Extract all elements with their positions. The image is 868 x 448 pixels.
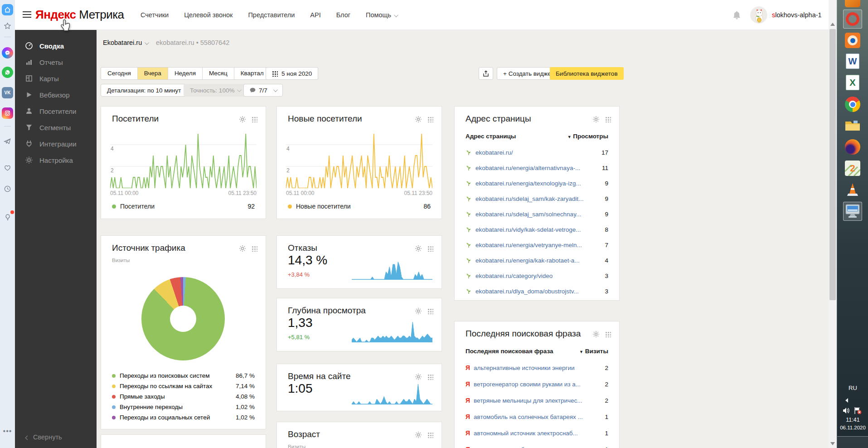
show-hidden-icons-arrow[interactable] [845,398,848,403]
taskbar-faststone-icon[interactable] [843,31,862,50]
sidebar-item-summary[interactable]: Сводка [15,38,97,54]
widget-drag-handle-icon[interactable] [605,331,611,337]
menu-burger-icon[interactable] [23,11,31,18]
widget-settings-gear-icon[interactable] [415,245,422,252]
nav-help[interactable]: Помощь [366,11,397,19]
widget-drag-handle-icon[interactable] [427,246,433,252]
sidebar-item-webvisor[interactable]: Вебвизор [15,87,97,103]
detail-dropdown[interactable]: Детализация: по 10 минут [101,84,194,97]
search-phrase-link[interactable]: автономный источник электроснаб... [474,430,578,437]
widget-settings-gear-icon[interactable] [592,116,600,123]
widget-drag-handle-icon[interactable] [427,374,433,380]
search-phrase-link[interactable]: автомобиль на солнечных батареях ... [474,414,583,420]
widget-settings-gear-icon[interactable] [415,373,422,380]
widget-settings-gear-icon[interactable] [239,116,246,123]
taskbar-2gis-icon[interactable]: 2 [843,159,862,178]
widget-library-button[interactable]: Библиотека виджетов [550,67,624,80]
language-indicator[interactable]: RU [837,385,868,391]
favorites-star-icon[interactable] [2,20,13,32]
action-center-flag-icon[interactable] [853,407,862,416]
taskbar-clock-date[interactable]: 06.11.2020 [837,425,868,430]
page-url-link[interactable]: ekobatarei.ru/energia/vetryanye-meln... [475,242,582,248]
user-name[interactable]: slokhovs-alpha-1 [772,11,822,19]
period-today[interactable]: Сегодня [101,68,138,79]
page-url-link[interactable]: ekobatarei.ru/sdelaj_sam/solnechnay... [475,211,581,218]
taskbar-chrome-icon[interactable] [843,95,862,114]
show-desktop-button[interactable] [837,436,868,448]
comments-dropdown[interactable]: 7/7 [243,84,283,97]
scroll-up-arrow[interactable] [830,23,835,26]
widget-settings-gear-icon[interactable] [239,245,246,252]
collapse-sidebar-button[interactable]: Свернуть [26,433,62,441]
nav-target-call[interactable]: Целевой звонок [184,11,233,19]
search-phrase-link[interactable]: альтернативные источники энергии [474,365,575,371]
page-url-link[interactable]: ekobatarei.ru/ [475,149,513,156]
history-clock-icon[interactable] [2,183,13,195]
taskbar-excel-icon[interactable]: X [843,73,862,92]
widget-drag-handle-icon[interactable] [427,117,433,122]
messenger-icon[interactable] [2,47,13,58]
taskbar-opera-icon[interactable] [843,10,862,29]
user-avatar[interactable] [750,6,767,24]
notifications-bell-icon[interactable] [732,11,741,22]
page-url-link[interactable]: ekobatarei.ru/category/video [475,273,553,279]
widget-drag-handle-icon[interactable] [605,117,611,122]
more-icon[interactable]: ••• [2,425,13,437]
widget-settings-gear-icon[interactable] [415,307,422,315]
volume-icon[interactable] [843,407,850,416]
nav-blog[interactable]: Блог [336,11,350,19]
page-url-link[interactable]: ekobatarei.ru/vidy/kak-sdelat-vetroge... [475,226,581,233]
taskbar-vlc-icon[interactable] [843,180,862,199]
scroll-down-arrow[interactable] [830,442,835,445]
taskbar-clock-time[interactable]: 11:41 [837,417,868,423]
export-button[interactable] [479,67,493,80]
taskbar-firefox-icon[interactable] [843,137,862,156]
period-quarter[interactable]: Квартал [234,68,271,79]
page-url-link[interactable]: ekobatarei.ru/energia/kak-rabotaet-a... [475,257,580,264]
taskbar-app-partial-icon[interactable] [843,0,862,9]
nav-representatives[interactable]: Представители [248,11,295,19]
sidebar-item-segments[interactable]: Сегменты [15,119,97,136]
vk-icon[interactable]: VK [2,87,13,98]
scrollbar-thumb[interactable] [829,29,836,300]
whatsapp-icon[interactable] [2,67,13,78]
sidebar-item-maps[interactable]: Карты [15,70,97,87]
sort-column-header[interactable]: ▼ Визиты [579,348,608,355]
sidebar-item-settings[interactable]: Настройка [15,152,97,168]
page-url-link[interactable]: ekobatarei.ru/energia/alternativnaya-... [475,165,580,171]
widget-drag-handle-icon[interactable] [427,432,433,438]
page-url-link[interactable]: ekobatarei.ru/sdelaj_sam/kak-zaryadit... [475,195,584,202]
telegram-icon[interactable] [2,136,13,147]
taskbar-explorer-folder-icon[interactable] [843,116,862,135]
counter-selector[interactable]: Ekobatarei.ru [103,39,148,46]
taskbar-word-icon[interactable]: W [843,52,862,71]
yandex-metrica-logo[interactable]: Яндекс Метрика [35,8,124,22]
widget-settings-gear-icon[interactable] [415,431,422,438]
sidebar-item-reports[interactable]: Отчеты [15,54,97,70]
date-picker-button[interactable]: 5 ноя 2020 [266,67,318,80]
search-phrase-link[interactable]: аккумуляторная батарея принцип ра... [474,446,583,448]
search-phrase-link[interactable]: ветряные мельницы для электричес... [474,397,582,404]
period-week[interactable]: Неделя [168,68,203,79]
home-icon[interactable] [2,4,13,15]
sidebar-item-integrations[interactable]: Интеграции [15,136,97,152]
page-url-link[interactable]: ekobatarei.ru/energia/texnologiya-izg... [475,180,581,187]
period-yesterday[interactable]: Вчера [138,68,168,79]
page-scrollbar[interactable] [829,0,837,448]
search-phrase-link[interactable]: ветрогенератор своими руками из а... [474,381,581,388]
heart-icon[interactable] [2,162,13,174]
taskbar-onscreen-keyboard-icon[interactable] [843,202,862,221]
widget-drag-handle-icon[interactable] [427,308,433,314]
accuracy-dropdown[interactable]: Точность: 100% [184,84,247,97]
widget-settings-gear-icon[interactable] [415,116,422,123]
nav-api[interactable]: API [310,11,320,19]
sidebar-item-visitors[interactable]: Посетители [15,103,97,119]
sort-column-header[interactable]: ▼ Просмотры [567,133,608,140]
widget-drag-handle-icon[interactable] [252,117,257,122]
page-url-link[interactable]: ekobatarei.ru/dlya_doma/obustrojstv... [475,288,579,295]
widget-settings-gear-icon[interactable] [592,331,600,338]
instagram-icon[interactable] [2,107,13,119]
period-month[interactable]: Месяц [203,68,234,79]
widget-drag-handle-icon[interactable] [252,246,257,252]
ideas-lightbulb-icon[interactable] [2,211,13,223]
